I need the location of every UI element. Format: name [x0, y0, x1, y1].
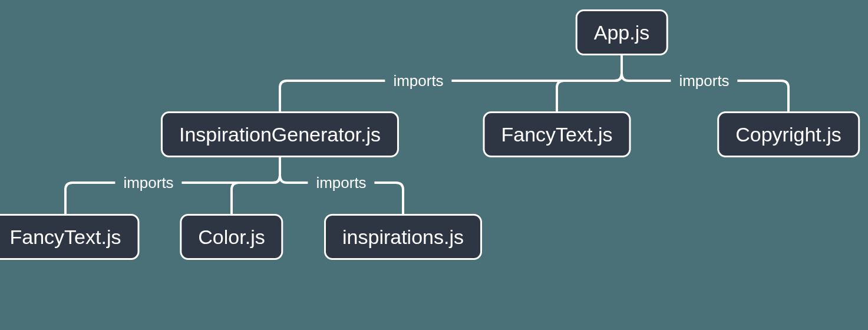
edge-label-app-to-copyright: imports — [671, 72, 737, 90]
node-app-js: App.js — [576, 9, 668, 55]
edge-label-inspgen-to-fancy-text: imports — [115, 174, 181, 192]
node-inspirations-js: inspirations.js — [324, 214, 482, 260]
node-fancy-text-js-leaf: FancyText.js — [0, 214, 139, 260]
edge-label-inspgen-to-inspirations: imports — [308, 174, 374, 192]
node-fancy-text-js: FancyText.js — [483, 111, 631, 157]
node-inspiration-generator-js: InspirationGenerator.js — [161, 111, 399, 157]
tree-connectors — [0, 0, 868, 330]
edge-label-app-to-inspiration-generator: imports — [385, 72, 451, 90]
node-copyright-js: Copyright.js — [717, 111, 860, 157]
node-color-js: Color.js — [180, 214, 283, 260]
